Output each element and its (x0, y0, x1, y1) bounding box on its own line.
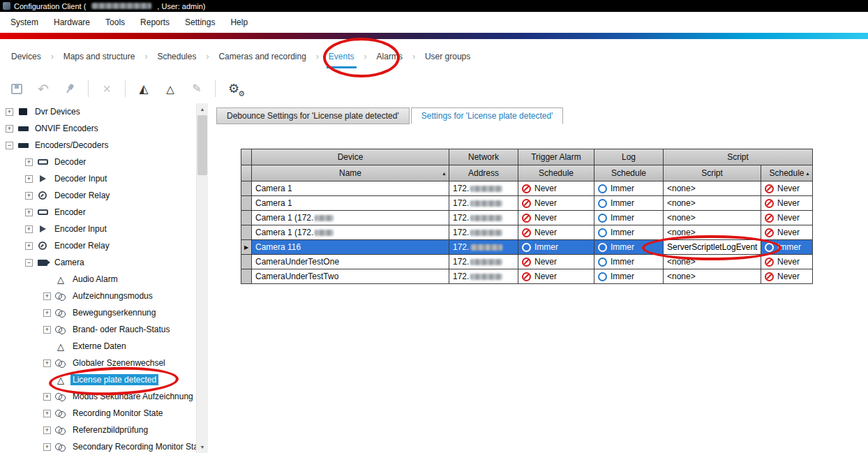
table-row[interactable]: Camera 1 (172. 172. Never Immer <none> N… (241, 211, 813, 225)
trigger-schedule-cell[interactable]: Never (518, 269, 594, 284)
script-schedule-cell[interactable]: Never (761, 211, 813, 225)
scroll-up-arrow-icon[interactable] (197, 103, 208, 115)
expander-plus-icon[interactable] (25, 192, 33, 200)
column-script[interactable]: Script (664, 165, 761, 181)
script-cell[interactable]: <none> (664, 225, 761, 240)
expander-plus-icon[interactable] (25, 225, 33, 233)
menu-help[interactable]: Help (223, 14, 255, 31)
script-schedule-cell[interactable]: Never (761, 181, 813, 196)
breadcrumb-schedules[interactable]: Schedules (153, 52, 200, 61)
expander-plus-icon[interactable] (25, 209, 33, 216)
tree-item-encoder[interactable]: Encoder (0, 204, 208, 221)
table-row[interactable]: CameraUnderTestTwo 172. Never Immer <non… (241, 269, 813, 284)
scrollbar-thumb[interactable] (197, 115, 207, 175)
script-cell[interactable]: <none> (664, 181, 761, 196)
breadcrumb-devices[interactable]: Devices (7, 52, 45, 61)
column-script-schedule-sortable[interactable]: Schedule (761, 165, 813, 181)
expander-plus-icon[interactable] (6, 125, 13, 133)
expander-plus-icon[interactable] (43, 292, 51, 300)
delete-button[interactable]: × (96, 78, 118, 99)
tab-debounce-settings[interactable]: Debounce Settings for 'License plate det… (216, 107, 410, 124)
breadcrumb-alarms[interactable]: Alarms (373, 52, 407, 61)
trigger-schedule-cell[interactable]: Never (518, 211, 594, 225)
menu-reports[interactable]: Reports (133, 14, 177, 31)
table-row-selected[interactable]: Camera 116 172. Immer Immer ServerScript… (241, 240, 813, 255)
expander-plus-icon[interactable] (43, 410, 51, 417)
script-cell[interactable]: <none> (664, 211, 761, 225)
tree-item-encoder-input[interactable]: Encoder Input (0, 221, 208, 237)
table-row[interactable]: Camera 1 (172. 172. Never Immer <none> N… (241, 225, 813, 240)
menu-settings[interactable]: Settings (177, 14, 223, 31)
tree-item-aufzeichnungsmodus[interactable]: Aufzeichnungsmodus (0, 288, 208, 304)
expander-plus-icon[interactable] (43, 393, 51, 401)
tree-item-decoder-input[interactable]: Decoder Input (0, 170, 208, 187)
script-cell-serverscriptletlogevent[interactable]: ServerScriptletLogEvent (664, 240, 761, 255)
log-schedule-cell[interactable]: Immer (594, 225, 664, 240)
column-name-sortable[interactable]: Name (252, 165, 449, 181)
breadcrumb-user-groups[interactable]: User groups (421, 52, 474, 61)
tree-item-audio-alarm[interactable]: △ Audio Alarm (0, 271, 208, 288)
expander-plus-icon[interactable] (43, 326, 51, 334)
expander-plus-icon[interactable] (43, 443, 51, 451)
script-schedule-cell[interactable]: Never (761, 255, 813, 269)
tree-item-secondary-recording-monitor-state[interactable]: Secondary Recording Monitor Stat (0, 438, 208, 453)
tree-item-camera[interactable]: Camera (0, 254, 208, 271)
expander-plus-icon[interactable] (25, 175, 33, 183)
tree-item-license-plate-detected[interactable]: △ License plate detected (0, 371, 208, 388)
row-selector-cell[interactable] (241, 181, 252, 196)
menu-tools[interactable]: Tools (98, 14, 133, 31)
expander-minus-icon[interactable] (6, 142, 13, 149)
column-trigger-schedule[interactable]: Schedule (518, 165, 594, 181)
log-schedule-cell[interactable]: Immer (594, 269, 664, 284)
breadcrumb-maps-and-structure[interactable]: Maps and structure (59, 52, 140, 61)
scroll-down-arrow-icon[interactable] (197, 441, 208, 453)
column-address[interactable]: Address (449, 165, 518, 181)
settings-button[interactable]: ⚙ (223, 78, 245, 99)
column-log-schedule[interactable]: Schedule (594, 165, 664, 181)
script-schedule-cell[interactable]: Never (761, 225, 813, 240)
trigger-schedule-cell[interactable]: Never (518, 181, 594, 196)
trigger-schedule-cell[interactable]: Never (518, 196, 594, 211)
trigger-schedule-cell[interactable]: Never (518, 255, 594, 269)
script-schedule-cell[interactable]: Never (761, 269, 813, 284)
tree-item-encoders-decoders[interactable]: Encoders/Decoders (0, 137, 208, 154)
log-schedule-cell[interactable]: Immer (594, 240, 664, 255)
row-selector-cell[interactable] (241, 255, 252, 269)
row-selector-cell[interactable] (241, 211, 252, 225)
row-selector-cell-active[interactable] (241, 240, 252, 255)
save-button[interactable] (6, 78, 28, 99)
breadcrumb-cameras-and-recording[interactable]: Cameras and recording (214, 52, 310, 61)
script-cell[interactable]: <none> (664, 196, 761, 211)
table-row[interactable]: CameraUnderTestOne 172. Never Immer <non… (241, 255, 813, 269)
tree-item-recording-monitor-state[interactable]: Recording Monitor State (0, 405, 208, 422)
breadcrumb-events[interactable]: Events (324, 52, 359, 61)
expander-plus-icon[interactable] (25, 158, 33, 166)
tree-item-modus-sekundaere-aufzeichnung[interactable]: Modus Sekundäre Aufzeichnung (0, 388, 208, 405)
trigger-schedule-cell[interactable]: Immer (518, 240, 594, 255)
tree-item-onvif-encoders[interactable]: ONVIF Encoders (0, 120, 208, 137)
log-schedule-cell[interactable]: Immer (594, 255, 664, 269)
table-row[interactable]: Camera 1 172. Never Immer <none> Never (241, 181, 813, 196)
script-schedule-cell[interactable]: Never (761, 196, 813, 211)
tree-item-brand-oder-rauch-status[interactable]: Brand- oder Rauch-Status (0, 321, 208, 338)
add-event-button[interactable]: △ (159, 78, 181, 99)
expander-plus-icon[interactable] (43, 309, 51, 317)
table-row[interactable]: Camera 1 172. Never Immer <none> Never (241, 196, 813, 211)
tree-scrollbar[interactable] (196, 103, 208, 453)
edit-button[interactable]: ✎ (186, 78, 208, 99)
undo-button[interactable]: ↶ (32, 78, 54, 99)
event-button[interactable]: ◭ (133, 78, 155, 99)
expander-plus-icon[interactable] (6, 108, 13, 116)
menu-system[interactable]: System (3, 14, 46, 31)
tree-item-decoder-relay[interactable]: Decoder Relay (0, 187, 208, 204)
row-selector-cell[interactable] (241, 196, 252, 211)
script-schedule-cell[interactable]: Immer (761, 240, 813, 255)
tree-item-bewegungserkennung[interactable]: Bewegungserkennung (0, 304, 208, 321)
trigger-schedule-cell[interactable]: Never (518, 225, 594, 240)
expander-minus-icon[interactable] (25, 259, 33, 267)
tree-item-referenzbildpruefung[interactable]: Referenzbildprüfung (0, 422, 208, 438)
tree-item-externe-daten[interactable]: △ Externe Daten (0, 338, 208, 355)
expander-plus-icon[interactable] (25, 242, 33, 250)
pin-button[interactable] (59, 78, 81, 99)
tab-settings[interactable]: Settings for 'License plate detected' (411, 107, 564, 124)
